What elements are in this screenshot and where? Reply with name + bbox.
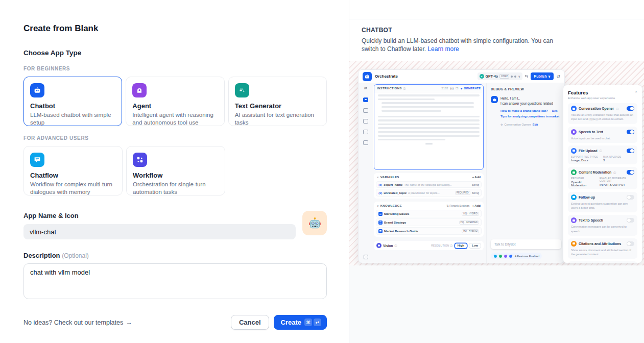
app-type-card-chatflow[interactable]: Chatflow Workflow for complex multi-turn… [23,146,123,195]
token-count: 2182 [441,87,448,90]
arrow-right-icon: → [126,319,132,326]
app-type-card-text-generator[interactable]: Text Generator AI assistant for text gen… [228,77,327,126]
preview-top-strip [349,0,644,19]
app-type-card-workflow[interactable]: Workflow Orchestration for single-turn a… [126,146,225,195]
templates-link[interactable]: No ideas? Check out our templates → [23,319,132,326]
sidebar-icon-logs [363,119,368,124]
history-icon: ↺ [556,74,560,79]
feature-name: Text to Speech [579,218,603,222]
dialog-footer: No ideas? Check out our templates → Canc… [23,315,327,330]
feature-conversation-opener: Conversation Opener ⓘ You are an entity … [568,103,637,124]
sidebar-icon-settings [363,140,368,145]
required-badge: REQUIRED [455,191,470,195]
knowledge-tag: HQ · HYBRID [462,212,479,216]
feature-dot-icon [498,254,503,258]
rerank-icon: ⇅ [446,204,449,207]
chevron-down-icon: ∨ [377,204,379,207]
variables-label: VARIABLES [380,176,399,179]
description-label-text: Description [23,252,60,259]
description-textarea[interactable]: chat with vllm model [23,263,327,299]
generate-button: ✦ GENERATE [460,87,481,90]
sparkle-icon: ✦ [460,87,463,90]
app-type-card-agent[interactable]: Agent Intelligent agent with reasoning a… [126,77,224,126]
debug-preview-column: DEBUG & PREVIEW Hello, I am L. I can ans… [486,83,564,263]
beginners-label: FOR BEGINNERS [23,66,327,71]
knowledge-panel: ∨ KNOWLEDGE ⇅ Rerank Settings + Add Mark… [374,202,484,237]
features-enabled-pill: 4 Features Enabled [491,253,542,259]
features-subtitle: Enhance web app user experience [568,96,637,100]
suggested-question: How to make a brand stand out? [500,108,548,113]
add-knowledge-button: + Add [472,204,481,207]
app-type-card-chatbot[interactable]: Chatbot LLM-based chatbot with simple se… [23,77,122,126]
speaker-icon [571,217,577,223]
info-icon: ⓘ [403,87,406,90]
app-name-label: App Name & Icon [23,212,296,219]
variable-row: {x} expert_name The name of the strategi… [376,181,482,188]
feature-description: Voice input can be used in chat. [571,136,634,140]
variable-name: unrelated_topic [384,191,407,194]
features-title: Features [568,90,588,95]
resolution-label-text: RESOLUTION [431,244,449,247]
app-type-preview-pane: CHATBOT Quickly build an LLM-based chatb… [349,0,644,343]
knowledge-label: KNOWLEDGE [380,204,402,207]
feature-description: You are an entity extraction model that … [571,113,634,121]
feature-col-value: OpenAI Moderation [571,181,594,187]
toggle-off [627,195,634,200]
feature-description: Conversation messages can be converted t… [571,225,634,233]
toggle-off [627,218,634,223]
model-name: GPT-4o [486,75,498,78]
feature-dot-icon [509,254,513,258]
info-icon: ⓘ [394,244,397,247]
learn-more-link[interactable]: Learn more [427,45,459,53]
debug-preview-header: DEBUG & PREVIEW [487,83,564,94]
model-option-icon [514,76,516,78]
info-icon: ⓘ [450,244,452,247]
close-icon: × [635,90,637,94]
chatflow-icon [30,153,44,167]
bot-avatar [491,96,498,103]
feature-name: Citations and Attributions [579,242,621,246]
instructions-panel: INSTRUCTIONS ⓘ 2182 {x} ❐ ✦ GENERATE [374,84,484,170]
agent-icon [132,83,147,97]
features-panel-preview: Features × Enhance web app user experien… [563,85,642,263]
variable-icon: {x} [378,183,382,186]
advanced-label: FOR ADVANCED USERS [23,135,327,141]
create-button[interactable]: Create ⌘ ↵ [274,315,327,330]
variable-type: String [472,183,479,186]
cmd-key-icon: ⌘ [304,318,312,326]
model-option-icon [511,76,513,78]
variable-name: expert_name [384,183,402,186]
feature-col-label: MAX UPLOADS [603,156,621,158]
variable-row: {x} unrelated_topic A placeholder for to… [376,189,482,197]
toggle-on [627,130,634,134]
chat-input: Talk to DifyBot [491,239,561,249]
model-selector: ✦ GPT-4o CHAT ∨ [478,72,522,80]
info-icon: ⓘ [600,149,602,152]
card-description: Orchestration for single-turn automation… [133,181,219,196]
instructions-label: INSTRUCTIONS [377,87,402,90]
vision-label: Vision [383,244,393,248]
document-icon [378,220,383,225]
document-icon [378,229,383,233]
feature-dot-icon [504,254,508,258]
description-optional-text: (Optional) [62,252,89,259]
cancel-button[interactable]: Cancel [231,315,269,330]
feature-content-moderation: Content Moderation ⓘ PROVIDER OpenAI Mod… [568,167,637,189]
app-icon-picker[interactable] [302,211,327,235]
generate-label: GENERATE [464,87,481,90]
bot-greeting-line2: I can answer your questions related [500,101,564,106]
feature-name: Content Moderation [579,170,611,174]
feature-col-label: SUPPORT FILE TYPES [571,156,598,158]
preview-sidebar: ⇄ [359,83,373,263]
sidebar-icon-orchestrate [363,97,368,102]
feature-file-upload: File Upload ⓘ SUPPORT FILE TYPES Image, … [568,145,637,165]
card-title: Agent [132,102,218,110]
feature-name: File Upload [579,149,598,153]
variable-icon: {x} [378,191,382,194]
instructions-skeleton [374,94,483,140]
card-description: AI assistant for text generation tasks [235,111,320,127]
preview-info: CHATBOT Quickly build an LLM-based chatb… [349,19,644,61]
variable-description: A placeholder for topics... [408,191,454,194]
app-name-input[interactable] [23,224,296,239]
rerank-label: Rerank Settings [449,204,469,207]
